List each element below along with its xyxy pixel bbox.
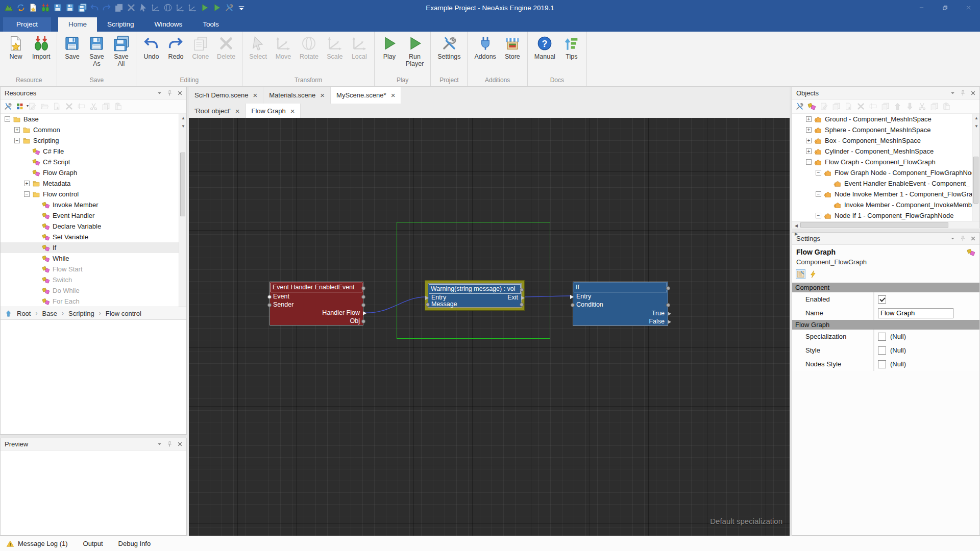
toolbar-edit-button[interactable] bbox=[28, 102, 37, 111]
tree-item-c-file[interactable]: C# File bbox=[1, 146, 186, 157]
node-socket[interactable] bbox=[666, 286, 670, 290]
close-icon[interactable] bbox=[177, 441, 183, 447]
qat-settings-tools-button[interactable] bbox=[225, 3, 234, 12]
nodes-style-checkbox[interactable] bbox=[878, 360, 886, 368]
save-as-button[interactable]: SaveAs bbox=[85, 34, 108, 69]
close-tab-icon[interactable]: × bbox=[235, 107, 240, 115]
flow-node-warning[interactable]: Warning(string message) : voi Entry Exit… bbox=[428, 283, 522, 308]
qat-local-button[interactable] bbox=[188, 3, 197, 12]
tree-item-flow-graph-component-flowgraph[interactable]: − Flow Graph - Component_FlowGraph bbox=[792, 157, 979, 167]
flow-graph-canvas[interactable]: Default specialization Event Handler Ena… bbox=[189, 118, 790, 536]
tree-item-switch[interactable]: Switch bbox=[1, 274, 186, 285]
close-tab-icon[interactable]: × bbox=[290, 107, 295, 115]
toolbar-properties-button[interactable] bbox=[796, 270, 805, 279]
tips-button[interactable]: Tips bbox=[560, 34, 583, 62]
tree-item-cylinder-component-meshinspace[interactable]: + Cylinder - Component_MeshInSpace bbox=[792, 146, 979, 157]
tree-item-metadata[interactable]: + Metadata bbox=[1, 178, 186, 189]
scroll-up-icon[interactable]: ▲ bbox=[179, 114, 186, 122]
toolbar-diamond-pair-button[interactable] bbox=[807, 102, 816, 111]
tree-item-for-each[interactable]: For Each bbox=[1, 296, 186, 307]
tree-item-flow-graph-node-component-flowgraphnod[interactable]: − Flow Graph Node - Component_FlowGraphN… bbox=[792, 167, 979, 178]
qat-neoaxis-logo-button[interactable] bbox=[4, 3, 13, 12]
tree-item-base[interactable]: − Base bbox=[1, 114, 186, 124]
toolbar-rename-button[interactable] bbox=[77, 102, 86, 111]
toolbar-arrow-down-button[interactable] bbox=[905, 102, 914, 111]
expander-minus-icon[interactable]: − bbox=[14, 138, 20, 143]
qat-redo-button[interactable] bbox=[102, 3, 111, 12]
manual-button[interactable]: ? Manual bbox=[531, 34, 559, 62]
close-icon[interactable] bbox=[970, 235, 976, 242]
toolbar-display-mode-button[interactable]: ▾ bbox=[16, 102, 24, 111]
ribbon-tab-tools[interactable]: Tools bbox=[192, 17, 229, 32]
expander-minus-icon[interactable]: − bbox=[806, 159, 812, 165]
pin-icon[interactable] bbox=[166, 90, 173, 96]
store-button[interactable]: Store bbox=[501, 34, 524, 62]
qat-delete-button[interactable] bbox=[127, 3, 136, 12]
document-tab-materials-scene[interactable]: Materials.scene × bbox=[263, 87, 331, 104]
addons-button[interactable]: Addons bbox=[471, 34, 499, 62]
breadcrumb-flow-control[interactable]: Flow control bbox=[106, 310, 141, 317]
caret-down-icon[interactable] bbox=[156, 441, 163, 447]
pin-icon[interactable] bbox=[960, 90, 966, 96]
qat-save-button[interactable] bbox=[53, 3, 62, 12]
close-tab-icon[interactable]: × bbox=[320, 91, 325, 99]
toolbar-clone-button[interactable] bbox=[832, 102, 841, 111]
expander-plus-icon[interactable]: + bbox=[14, 127, 20, 133]
import-button[interactable]: Import bbox=[29, 34, 54, 62]
expander-plus-icon[interactable]: + bbox=[806, 127, 812, 133]
scrollbar-thumb[interactable] bbox=[800, 222, 948, 228]
tree-item-while[interactable]: While bbox=[1, 253, 186, 264]
expander-plus-icon[interactable]: + bbox=[806, 116, 812, 122]
status-debug-info[interactable]: Debug Info bbox=[118, 540, 151, 547]
toolbar-clone-button[interactable] bbox=[102, 102, 110, 111]
node-socket[interactable] bbox=[361, 303, 365, 307]
toolbar-edit-button[interactable] bbox=[820, 102, 828, 111]
toolbar-cut-button[interactable] bbox=[918, 102, 926, 111]
qat-save-all-button[interactable] bbox=[78, 3, 87, 12]
save-all-button[interactable]: SaveAll bbox=[109, 34, 133, 69]
view-tab-flow-graph[interactable]: Flow Graph × bbox=[246, 104, 301, 118]
toolbar-settings-tools-button[interactable] bbox=[795, 102, 804, 111]
flow-node-event-handler-enabledevent[interactable]: Event Handler EnabledEvent Event Sender … bbox=[270, 282, 363, 325]
ribbon-tab-windows[interactable]: Windows bbox=[144, 17, 193, 32]
caret-down-icon[interactable] bbox=[156, 90, 163, 96]
tree-item-node-invoke-member-1-component-flowgra[interactable]: − Node Invoke Member 1 - Component_FlowG… bbox=[792, 189, 979, 199]
scrollbar-thumb[interactable] bbox=[180, 153, 185, 216]
flow-node-if[interactable]: If Entry Condition True False bbox=[573, 282, 668, 326]
expander-minus-icon[interactable]: − bbox=[816, 191, 821, 197]
qat-qat-menu-button[interactable] bbox=[237, 3, 246, 12]
qat-undo-button[interactable] bbox=[90, 3, 99, 12]
node-socket[interactable] bbox=[520, 288, 524, 292]
settings-button[interactable]: Settings bbox=[434, 34, 464, 62]
toolbar-settings-tools-button[interactable] bbox=[4, 102, 12, 111]
status-output[interactable]: Output bbox=[83, 540, 103, 547]
enabled-checkbox[interactable] bbox=[878, 295, 886, 304]
document-tab-myscene-scene[interactable]: MyScene.scene* × bbox=[331, 87, 401, 104]
breadcrumb-scripting[interactable]: Scripting bbox=[68, 310, 94, 317]
tree-item-node-if-1-component-flowgraphnode[interactable]: − Node If 1 - Component_FlowGraphNode bbox=[792, 210, 979, 221]
close-tab-icon[interactable]: × bbox=[253, 91, 257, 99]
resources-vertical-scrollbar[interactable]: ▲ ▼ bbox=[179, 114, 186, 307]
toolbar-clone-button[interactable] bbox=[881, 102, 890, 111]
toolbar-page-plus-button[interactable] bbox=[844, 102, 853, 111]
tree-item-event-handler-enableevent-component[interactable]: Event Handler EnableEvent - Component_ bbox=[792, 178, 979, 189]
toolbar-page-plus-button[interactable] bbox=[53, 102, 61, 111]
qat-save-as-button[interactable] bbox=[65, 3, 75, 12]
tree-item-set-variable[interactable]: Set Variable bbox=[1, 232, 186, 242]
qat-new-file-button[interactable] bbox=[29, 3, 38, 12]
objects-horizontal-scrollbar[interactable]: ◀ ▶ bbox=[792, 221, 979, 229]
qat-play-button[interactable] bbox=[200, 3, 209, 12]
horizontal-splitter[interactable] bbox=[792, 228, 980, 232]
qat-scale-button[interactable] bbox=[176, 3, 185, 12]
scroll-right-icon[interactable]: ▶ bbox=[792, 230, 800, 238]
qat-sync-button[interactable] bbox=[16, 3, 26, 12]
close-icon[interactable] bbox=[970, 90, 976, 96]
status-message-log-1[interactable]: Message Log (1) bbox=[6, 540, 68, 548]
toolbar-rename-button[interactable] bbox=[869, 102, 877, 111]
toolbar-cut-button[interactable] bbox=[89, 102, 98, 111]
node-socket[interactable] bbox=[521, 296, 525, 300]
tree-item-invoke-member-component-invokememb[interactable]: Invoke Member - Component_InvokeMemb bbox=[792, 199, 979, 210]
expander-plus-icon[interactable]: + bbox=[24, 181, 30, 186]
tree-item-event-handler[interactable]: Event Handler bbox=[1, 210, 186, 221]
pin-icon[interactable] bbox=[960, 235, 966, 242]
